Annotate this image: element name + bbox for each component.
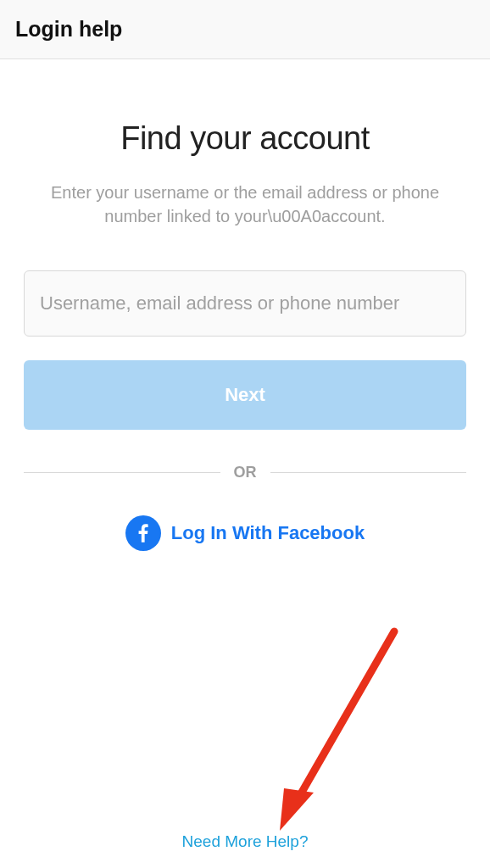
divider-line [24, 472, 220, 473]
need-more-help-link[interactable]: Need More Help? [182, 832, 309, 850]
facebook-login-button[interactable]: Log In With Facebook [24, 515, 466, 551]
divider: OR [24, 464, 466, 481]
header-title: Login help [15, 17, 122, 42]
divider-line [270, 472, 467, 473]
page-subtitle: Enter your username or the email address… [24, 181, 466, 228]
arrow-annotation [271, 623, 415, 843]
page-title: Find your account [24, 120, 466, 157]
account-input[interactable] [24, 270, 466, 337]
divider-text: OR [234, 464, 257, 481]
svg-line-0 [297, 632, 394, 801]
facebook-icon [125, 515, 161, 551]
footer: Need More Help? [0, 832, 490, 851]
content-area: Find your account Enter your username or… [0, 120, 490, 551]
svg-marker-1 [280, 788, 314, 831]
facebook-login-label: Log In With Facebook [171, 522, 365, 544]
header-bar: Login help [0, 0, 490, 59]
next-button[interactable]: Next [24, 360, 466, 430]
